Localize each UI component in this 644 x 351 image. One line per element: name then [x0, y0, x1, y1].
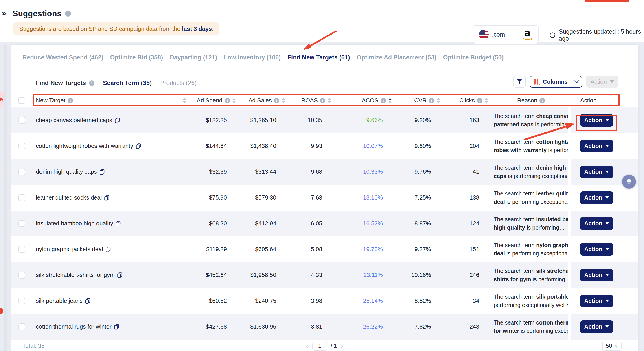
- acos-value: 19.70%: [363, 246, 383, 253]
- page-title: Suggestions: [12, 9, 62, 18]
- reason-text: The search term denim high qua caps is p…: [489, 164, 568, 180]
- chevron-down-icon: [606, 145, 609, 147]
- tab-find-new-targets-61[interactable]: Find New Targets (61): [288, 54, 350, 61]
- info-icon[interactable]: i: [274, 98, 279, 103]
- column-header-ad-spend[interactable]: Ad Spend: [197, 97, 222, 104]
- column-header-new-target[interactable]: New Target: [36, 97, 65, 104]
- row-action-button[interactable]: Action: [580, 217, 613, 230]
- row-checkbox[interactable]: [18, 272, 25, 278]
- sort-icon[interactable]: [436, 98, 440, 103]
- subtab-search-term[interactable]: Search Term (35): [103, 80, 152, 87]
- column-header-cvr[interactable]: CVR: [414, 97, 426, 104]
- tab-optimize-bid-358[interactable]: Optimize Bid (358): [110, 54, 163, 61]
- row-action-button[interactable]: Action: [580, 320, 613, 333]
- column-header-clicks[interactable]: Clicks: [459, 97, 475, 104]
- sort-icon[interactable]: [232, 98, 236, 103]
- info-icon[interactable]: i: [89, 80, 94, 86]
- copy-icon[interactable]: [136, 143, 141, 149]
- row-checkbox[interactable]: [18, 117, 25, 124]
- columns-button[interactable]: Columns: [530, 76, 582, 88]
- page-size-value: 50: [606, 343, 612, 349]
- cvr-value: 9.20%: [392, 117, 440, 124]
- tab-optimize-ad-placement-53[interactable]: Optimize Ad Placement (53): [357, 54, 436, 61]
- next-page-button[interactable]: ›: [340, 342, 344, 350]
- copy-icon[interactable]: [105, 246, 111, 252]
- row-action-button[interactable]: Action: [580, 114, 613, 126]
- info-icon[interactable]: i: [320, 98, 325, 103]
- marketplace-domain: .com: [492, 31, 505, 38]
- sidebar-badge: e: [0, 91, 4, 108]
- column-header-ad-sales[interactable]: Ad Sales: [248, 97, 272, 104]
- column-header-acos[interactable]: ACOS: [362, 97, 378, 104]
- copy-icon[interactable]: [99, 169, 105, 175]
- tab-low-inventory-106[interactable]: Low Inventory (106): [224, 54, 281, 61]
- row-checkbox[interactable]: [18, 194, 25, 201]
- row-checkbox[interactable]: [18, 246, 25, 253]
- cvr-value: 7.82%: [392, 323, 440, 330]
- copy-icon[interactable]: [114, 117, 120, 123]
- row-action-button[interactable]: Action: [580, 243, 613, 256]
- columns-dropdown-chevron[interactable]: [572, 76, 582, 87]
- subtab-products[interactable]: Products (26): [160, 80, 196, 87]
- new-target-text: insulated bamboo high quality: [36, 220, 113, 227]
- row-action-button[interactable]: Action: [580, 269, 613, 282]
- tabs: Reduce Wasted Spend (462)Optimize Bid (3…: [22, 52, 504, 62]
- updated-status: Suggestions updated : 5 hours ago: [559, 28, 644, 42]
- info-icon[interactable]: i: [540, 98, 545, 103]
- row-checkbox[interactable]: [18, 220, 25, 227]
- current-page-input[interactable]: 1: [312, 342, 327, 350]
- row-checkbox[interactable]: [18, 298, 25, 304]
- copy-icon[interactable]: [114, 324, 120, 330]
- copy-icon[interactable]: [115, 220, 121, 226]
- select-all-checkbox[interactable]: [18, 97, 25, 104]
- info-banner: Suggestions are based on SP and SD campa…: [14, 22, 219, 35]
- filter-button[interactable]: [513, 76, 526, 88]
- row-checkbox[interactable]: [18, 143, 25, 150]
- refresh-icon[interactable]: [549, 32, 556, 39]
- row-checkbox[interactable]: [18, 168, 25, 175]
- sort-icon[interactable]: [485, 98, 488, 103]
- header-divider: [543, 24, 544, 44]
- table-row: nylon graphic jackets deal $119.29 $605.…: [11, 236, 638, 262]
- info-icon[interactable]: i: [380, 98, 386, 103]
- chevron-down-icon: [606, 300, 609, 302]
- chevron-down-icon: [606, 248, 609, 250]
- tab-optimize-budget-50[interactable]: Optimize Budget (50): [443, 54, 504, 61]
- tab-dayparting-121[interactable]: Dayparting (121): [170, 54, 217, 61]
- info-icon[interactable]: i: [224, 98, 230, 103]
- notifications-bell-button[interactable]: [622, 174, 636, 188]
- copy-icon[interactable]: [104, 195, 110, 201]
- column-header-roas[interactable]: ROAS: [301, 97, 318, 104]
- new-target-text: cotton thermal rugs for winter: [36, 323, 112, 330]
- row-action-button[interactable]: Action: [580, 192, 613, 204]
- table-row: leather quilted socks deal $75.90 $579.3…: [11, 185, 638, 210]
- banner-date-link[interactable]: last 3 days: [182, 25, 212, 32]
- tab-reduce-wasted-spend-462[interactable]: Reduce Wasted Spend (462): [22, 54, 104, 61]
- ad-sales-value: $240.75: [236, 297, 286, 304]
- sidebar-expand-icon[interactable]: »: [2, 8, 6, 18]
- info-icon[interactable]: i: [68, 98, 73, 103]
- clicks-value: 124: [440, 220, 489, 227]
- sort-icon[interactable]: [183, 98, 186, 103]
- info-icon[interactable]: i: [429, 98, 434, 103]
- table-row: cotton lightweight robes with warranty $…: [11, 133, 638, 159]
- info-icon[interactable]: i: [65, 11, 71, 16]
- sort-icon[interactable]: [328, 98, 331, 103]
- info-icon[interactable]: i: [477, 98, 482, 103]
- new-target-text: silk portable jeans: [36, 297, 82, 304]
- ad-sales-value: $412.94: [236, 220, 286, 227]
- prev-page-button[interactable]: ‹: [306, 342, 308, 350]
- sort-icon-active-asc[interactable]: [388, 98, 392, 103]
- table-row: denim high quality caps $32.39 $313.44 9…: [11, 159, 638, 185]
- sort-icon[interactable]: [282, 98, 285, 103]
- marketplace-selector[interactable]: .com a: [473, 25, 538, 44]
- ad-spend-value: $144.84: [190, 142, 236, 150]
- suggestions-card: Reduce Wasted Spend (462)Optimize Bid (3…: [11, 45, 638, 351]
- row-action-button[interactable]: Action: [580, 166, 613, 178]
- row-checkbox[interactable]: [18, 324, 25, 330]
- row-action-button[interactable]: Action: [580, 295, 613, 307]
- row-action-button[interactable]: Action: [580, 140, 613, 152]
- copy-icon[interactable]: [85, 298, 91, 304]
- copy-icon[interactable]: [117, 272, 123, 278]
- page-size-select[interactable]: 50 ∨: [602, 342, 622, 350]
